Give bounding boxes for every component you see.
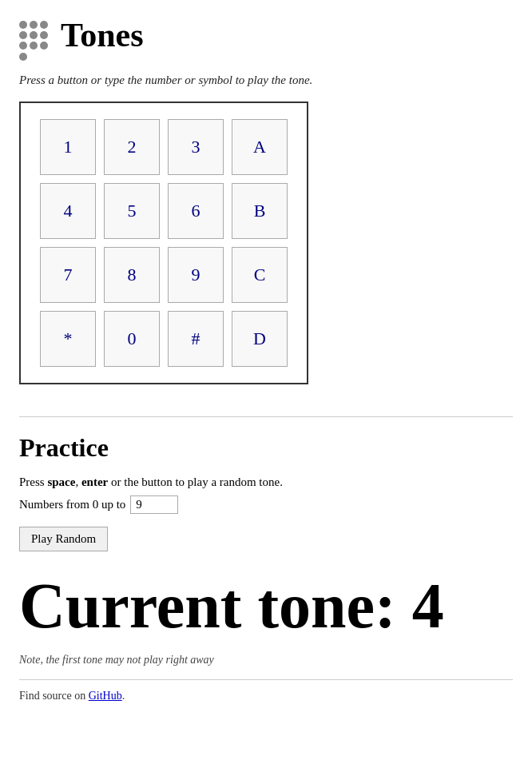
note-italic-prefix: Note — [19, 654, 40, 666]
key-button-D[interactable]: D — [232, 311, 288, 367]
practice-section: Practice Press space, enter or the butto… — [19, 433, 513, 571]
key-button-1[interactable]: 1 — [40, 119, 96, 175]
dot-5 — [30, 31, 38, 39]
play-random-button[interactable]: Play Random — [19, 527, 108, 551]
key-button-4[interactable]: 4 — [40, 183, 96, 239]
current-tone-value: 4 — [412, 571, 444, 641]
type-word: type — [105, 74, 125, 86]
key-button-B[interactable]: B — [232, 183, 288, 239]
key-button-#[interactable]: # — [168, 311, 224, 367]
key-button-5[interactable]: 5 — [104, 183, 160, 239]
note-suffix: , the first tone may not play right away — [40, 654, 213, 666]
footer-prefix: Find source on — [19, 690, 89, 702]
key-button-8[interactable]: 8 — [104, 247, 160, 303]
practice-desc-mid: , — [75, 476, 81, 488]
practice-title: Practice — [19, 433, 513, 463]
app-icon — [19, 21, 48, 50]
instruction-text: Press a button or type the number or sym… — [19, 74, 513, 87]
practice-range-row: Numbers from 0 up to — [19, 495, 513, 514]
dot-8 — [30, 42, 38, 50]
dot-1 — [19, 21, 27, 29]
key-button-3[interactable]: 3 — [168, 119, 224, 175]
practice-desc-prefix: Press — [19, 476, 47, 488]
footer-text: Find source on GitHub. — [19, 690, 513, 702]
app-header: Tones — [19, 16, 513, 54]
key-button-A[interactable]: A — [232, 119, 288, 175]
footer-suffix: . — [122, 690, 125, 702]
dot-9 — [40, 42, 48, 50]
dot-4 — [19, 31, 27, 39]
dot-7 — [19, 42, 27, 50]
dot-6 — [40, 31, 48, 39]
key-button-C[interactable]: C — [232, 247, 288, 303]
key-button-7[interactable]: 7 — [40, 247, 96, 303]
enter-label: enter — [81, 476, 108, 488]
key-button-2[interactable]: 2 — [104, 119, 160, 175]
current-tone-display: Current tone: 4 — [19, 571, 513, 641]
note-text: Note, the first tone may not play right … — [19, 654, 513, 667]
key-button-6[interactable]: 6 — [168, 183, 224, 239]
instruction-mid1: a button or — [46, 74, 105, 86]
dot-2 — [30, 21, 38, 29]
range-input[interactable] — [130, 495, 178, 514]
github-link[interactable]: GitHub — [89, 690, 122, 702]
key-button-0[interactable]: 0 — [104, 311, 160, 367]
key-button-9[interactable]: 9 — [168, 247, 224, 303]
space-label: space — [47, 476, 75, 488]
app-title: Tones — [61, 16, 144, 54]
instruction-mid2: the number or symbol to play the tone. — [125, 74, 312, 86]
section-divider-2 — [19, 679, 513, 680]
dot-3 — [40, 21, 48, 29]
keypad-grid: 123A456B789C*0#D — [40, 119, 288, 367]
press-word: Press — [19, 74, 46, 86]
current-tone-label: Current tone: — [19, 571, 396, 641]
dot-10 — [19, 53, 27, 61]
practice-desc-suffix: or the button to play a random tone. — [108, 476, 283, 488]
section-divider-1 — [19, 416, 513, 417]
key-button-*[interactable]: * — [40, 311, 96, 367]
practice-description: Press space, enter or the button to play… — [19, 476, 513, 489]
range-prefix: Numbers from 0 up to — [19, 498, 125, 511]
keypad-container: 123A456B789C*0#D — [19, 101, 308, 384]
